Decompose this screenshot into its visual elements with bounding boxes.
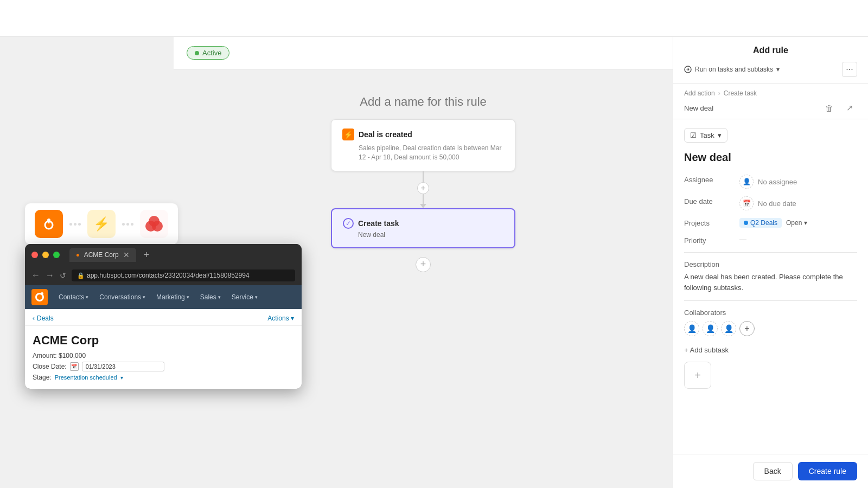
stage-row: Stage: Presentation scheduled ▾ bbox=[33, 374, 294, 381]
create-rule-button[interactable]: Create rule bbox=[798, 462, 857, 480]
task-type-chevron: ▾ bbox=[718, 131, 722, 139]
nav-contacts[interactable]: Contacts ▾ bbox=[54, 291, 93, 303]
svg-point-2 bbox=[47, 219, 50, 222]
priority-label: Priority bbox=[684, 235, 733, 245]
q2-deals-badge[interactable]: Q2 Deals bbox=[739, 218, 782, 228]
browser-back-btn[interactable]: ← bbox=[31, 271, 40, 280]
subtask-box[interactable]: + bbox=[684, 362, 711, 389]
action-card[interactable]: ✓ Create task New deal bbox=[331, 208, 515, 248]
deal-header: ‹ Deals Actions ▾ bbox=[25, 309, 302, 326]
nav-conversations[interactable]: Conversations ▾ bbox=[95, 291, 150, 303]
url-bar[interactable]: 🔒 app.hubspot.com/contacts/23320034/deal… bbox=[72, 269, 295, 281]
three-dots-button[interactable]: ··· bbox=[842, 62, 857, 77]
lightning-icon: ⚡ bbox=[87, 210, 116, 238]
nav-sales[interactable]: Sales ▾ bbox=[196, 291, 225, 303]
task-type-row: ☑ Task ▾ bbox=[684, 128, 857, 143]
company-name: ACME Corp bbox=[33, 333, 294, 348]
nav-service-chevron: ▾ bbox=[255, 294, 258, 300]
browser-window: ● ACME Corp ✕ + ← → ↺ 🔒 app.hubspot.com/… bbox=[25, 244, 302, 389]
close-date-input[interactable] bbox=[82, 362, 164, 371]
right-panel-header: Add rule Run on tasks and subtasks ▾ ··· bbox=[673, 37, 868, 84]
new-deal-title: New deal bbox=[684, 151, 857, 164]
dot-5 bbox=[126, 223, 129, 226]
open-label: Open bbox=[786, 219, 802, 227]
task-icon: ☑ bbox=[690, 131, 697, 139]
back-button[interactable]: Back bbox=[753, 462, 793, 480]
task-type-button[interactable]: ☑ Task ▾ bbox=[684, 128, 727, 143]
dots-1 bbox=[69, 223, 81, 226]
add-step-btn[interactable]: + bbox=[417, 182, 429, 194]
nav-sales-label: Sales bbox=[200, 293, 216, 301]
check-icon: ✓ bbox=[343, 218, 354, 229]
hubspot-logo-icon bbox=[35, 293, 44, 301]
browser-tab-close-btn[interactable]: ✕ bbox=[123, 251, 130, 259]
add-subtask-button[interactable]: + Add subtask bbox=[684, 344, 729, 356]
browser-content: Contacts ▾ Conversations ▾ Marketing ▾ S… bbox=[25, 285, 302, 389]
calendar-small-icon: 📅 bbox=[70, 362, 79, 371]
breadcrumb-part1: Add action bbox=[684, 89, 715, 97]
active-badge: Active bbox=[187, 46, 229, 60]
dot-4 bbox=[122, 223, 125, 226]
action-title: Create task bbox=[358, 219, 399, 228]
open-chevron: ▾ bbox=[804, 219, 807, 227]
dot-1 bbox=[69, 223, 72, 226]
priority-value: — bbox=[739, 235, 746, 243]
nav-service-label: Service bbox=[232, 293, 253, 301]
actions-button[interactable]: Actions ▾ bbox=[267, 314, 294, 322]
run-on-button[interactable]: Run on tasks and subtasks ▾ bbox=[684, 66, 780, 73]
stage-chevron-icon: ▾ bbox=[120, 375, 123, 381]
collaborator-avatar-3: 👤 bbox=[721, 321, 736, 336]
collaborator-avatar-1: 👤 bbox=[684, 321, 699, 336]
browser-forward-btn[interactable]: → bbox=[46, 271, 54, 280]
amount-field: Amount: $100,000 bbox=[33, 352, 294, 359]
nav-service[interactable]: Service ▾ bbox=[227, 291, 262, 303]
action-header-row: New deal 🗑 ↗ bbox=[684, 97, 857, 115]
nav-sales-chevron: ▾ bbox=[218, 294, 221, 300]
add-collaborator-button[interactable]: + bbox=[739, 321, 755, 336]
nav-contacts-chevron: ▾ bbox=[86, 294, 88, 300]
nav-marketing-chevron: ▾ bbox=[187, 294, 189, 300]
add-action-btn[interactable]: + bbox=[416, 257, 431, 272]
projects-label: Projects bbox=[684, 218, 733, 227]
dot-2 bbox=[74, 223, 76, 226]
divider-1 bbox=[684, 252, 857, 253]
browser-maximize-dot[interactable] bbox=[53, 252, 60, 258]
actions-label: Actions bbox=[267, 314, 289, 322]
stage-value[interactable]: Presentation scheduled bbox=[55, 374, 117, 381]
delete-button[interactable]: 🗑 bbox=[821, 100, 837, 115]
task-type-label: Task bbox=[700, 131, 714, 139]
deal-icon: ⚡ bbox=[342, 129, 354, 140]
trigger-card[interactable]: ⚡ Deal is created Sales pipeline, Deal c… bbox=[331, 119, 515, 171]
deals-back-link[interactable]: ‹ Deals bbox=[33, 314, 54, 322]
collaborators-row: 👤 👤 👤 + bbox=[684, 321, 857, 336]
browser-minimize-dot[interactable] bbox=[42, 252, 49, 258]
projects-value: Q2 Deals Open ▾ bbox=[739, 218, 807, 228]
due-date-text: No due date bbox=[758, 200, 796, 208]
due-date-value[interactable]: 📅 No due date bbox=[739, 196, 796, 210]
priority-row: Priority — bbox=[684, 235, 857, 245]
browser-close-dot[interactable] bbox=[31, 252, 38, 258]
hubspot-icon bbox=[35, 210, 63, 238]
expand-button[interactable]: ↗ bbox=[842, 100, 857, 115]
nav-conversations-label: Conversations bbox=[99, 293, 141, 301]
dot-3 bbox=[78, 223, 81, 226]
q2-badge-label: Q2 Deals bbox=[750, 219, 777, 227]
close-date-label: Close Date: bbox=[33, 363, 67, 370]
trigger-header: ⚡ Deal is created bbox=[342, 129, 504, 140]
hubspot-logo bbox=[41, 216, 56, 232]
browser-tab-title: ACME Corp bbox=[84, 251, 119, 259]
connector-arrow bbox=[420, 204, 426, 208]
browser-new-tab-btn[interactable]: + bbox=[144, 249, 150, 261]
due-date-row: Due date 📅 No due date bbox=[684, 196, 857, 210]
run-on-icon bbox=[684, 66, 692, 73]
lock-icon: 🔒 bbox=[77, 272, 85, 279]
nav-marketing[interactable]: Marketing ▾ bbox=[152, 291, 194, 303]
assignee-value[interactable]: 👤 No assignee bbox=[739, 175, 797, 189]
top-bar: Active bbox=[174, 37, 673, 69]
browser-refresh-btn[interactable]: ↺ bbox=[60, 271, 66, 280]
automation-strip: ⚡ bbox=[25, 203, 178, 245]
browser-tab[interactable]: ● ACME Corp ✕ bbox=[69, 248, 136, 262]
open-project-button[interactable]: Open ▾ bbox=[786, 219, 807, 227]
rule-name-input[interactable] bbox=[349, 95, 498, 109]
nav-marketing-label: Marketing bbox=[156, 293, 185, 301]
